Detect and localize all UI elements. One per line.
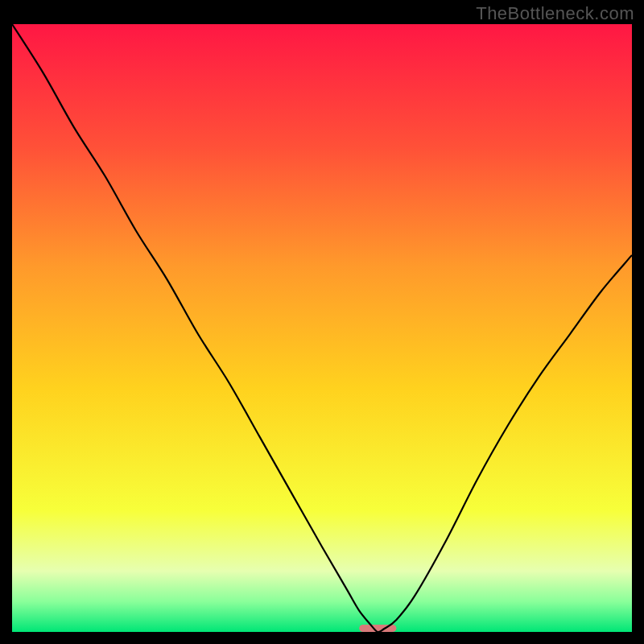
watermark-text: TheBottleneck.com: [476, 3, 634, 24]
chart-frame: TheBottleneck.com: [0, 0, 644, 644]
optimum-marker: [359, 625, 396, 632]
gradient-background: [12, 24, 632, 632]
plot-area: [12, 24, 632, 632]
chart-svg: [12, 24, 632, 632]
